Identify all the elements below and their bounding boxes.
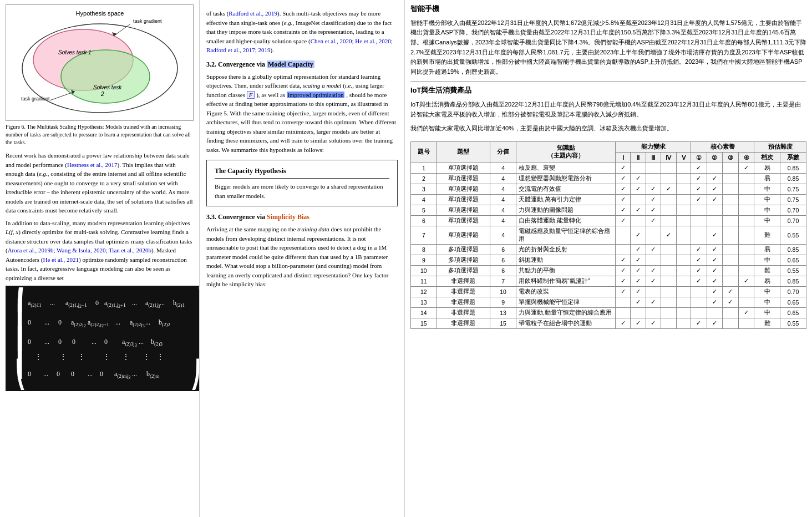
cell-ability-1 — [616, 297, 631, 307]
cell-id: 1 — [411, 163, 437, 173]
cell-ability-1: ✓ — [616, 286, 631, 297]
cell-id: 10 — [411, 265, 437, 276]
svg-text:...: ... — [50, 299, 55, 307]
svg-text:0: 0 — [58, 338, 62, 346]
cell-type: 單項選擇題 — [437, 215, 490, 226]
cell-ability-3: ✓ — [646, 215, 661, 226]
cell-core-1: ✓ — [691, 194, 707, 205]
svg-text:b(2)3: b(2)3 — [151, 338, 163, 347]
svg-text:a(2)mj3: a(2)mj3 — [114, 370, 130, 380]
cell-coeff: 0.65 — [780, 297, 806, 307]
cell-ability-4 — [661, 276, 677, 286]
cell-core-3 — [723, 163, 739, 173]
iot-para2: 我們的智能大家電收入同比增加近40%，主要是由於中國大陸的空調、冰箱及洗衣機出貨… — [410, 124, 806, 134]
cell-level: 易 — [754, 244, 780, 255]
capacity-hypothesis-box: The Capacity Hypothesis Bigger models ar… — [206, 160, 398, 206]
cell-core-3 — [723, 265, 739, 276]
th-type: 題型 — [437, 141, 490, 163]
svg-text:0: 0 — [57, 370, 60, 378]
svg-text:0: 0 — [72, 338, 75, 346]
cell-id: 8 — [411, 244, 437, 255]
cell-ability-2: ✓ — [631, 184, 646, 194]
cell-score: 9 — [490, 297, 516, 307]
cell-ability-1: ✓ — [616, 215, 631, 226]
left-panel: Hypothesis space Solves task 1 Solves ta… — [0, 0, 200, 517]
svg-text:0: 0 — [104, 338, 108, 346]
cell-type: 單項選擇題 — [437, 163, 490, 173]
cell-level: 易 — [754, 276, 780, 286]
task-gradient-label2: task gradient — [21, 96, 50, 102]
table-row: 5 單項選擇題 4 力與運動的圖像問題 ✓ ✓ ✓ 中 0.70 — [411, 205, 806, 215]
cell-ability-3 — [646, 307, 661, 318]
cell-content: 用飲料罐制作簡易"氣溫計" — [516, 276, 615, 286]
middle-section32-body: Suppose there is a globally optimal repr… — [206, 72, 398, 155]
cell-core-4 — [738, 297, 754, 307]
cell-ability-1: ✓ — [616, 276, 631, 286]
cell-level: 中 — [754, 184, 780, 194]
table-row: 15 非選擇題 15 帶電粒子在組合場中的運動 ✓ ✓ ✓ ✓ ✓ 難 0.55 — [411, 318, 806, 328]
section33-title-text: 3.3. Convergence via — [206, 213, 267, 221]
cell-core-1: ✓ — [691, 255, 707, 265]
cell-ability-2 — [631, 215, 646, 226]
cell-id: 7 — [411, 226, 437, 244]
cell-core-4: ✓ — [738, 276, 754, 286]
cell-id: 3 — [411, 184, 437, 194]
cell-core-4 — [738, 318, 754, 328]
cell-ability-1: ✓ — [616, 194, 631, 205]
svg-text:a(2)2j2: a(2)2j2 — [71, 318, 86, 328]
svg-text:0: 0 — [100, 370, 103, 378]
cell-ability-5 — [677, 276, 691, 286]
cell-core-2 — [707, 215, 723, 226]
svg-text:⋮: ⋮ — [122, 353, 130, 361]
cell-core-1 — [691, 215, 707, 226]
cell-core-3 — [723, 318, 739, 328]
cell-core-1 — [691, 286, 707, 297]
cell-coeff: 0.70 — [780, 215, 806, 226]
cell-score: 4 — [490, 163, 516, 173]
svg-text:0: 0 — [71, 370, 74, 378]
svg-text:...: ... — [132, 299, 137, 307]
cite-hestness: Hestness et al., 2017 — [67, 161, 118, 168]
cell-coeff: 0.85 — [780, 276, 806, 286]
cell-ability-3: ✓ — [646, 318, 661, 328]
left-body-text: Recent work has demonstrated a power law… — [6, 151, 194, 282]
cell-core-4 — [738, 226, 754, 244]
cell-core-2 — [707, 163, 723, 173]
cell-type: 多項選擇題 — [437, 255, 490, 265]
cell-ability-3: ✓ — [646, 276, 661, 286]
cell-type: 單項選擇題 — [437, 226, 490, 244]
cell-level: 中 — [754, 297, 780, 307]
svg-text:⋮: ⋮ — [103, 353, 110, 361]
cell-content: 交流電的有效值 — [516, 184, 615, 194]
table-row: 7 單項選擇題 4 電磁感應及動量守恒定律的綜合應用 ✓ ✓ ✓ 難 0.55 — [411, 226, 806, 244]
cell-core-3 — [723, 276, 739, 286]
cell-core-4 — [738, 194, 754, 205]
cell-core-1 — [691, 307, 707, 318]
cell-ability-4 — [661, 173, 677, 184]
cell-coeff: 0.75 — [780, 194, 806, 205]
cell-score: 15 — [490, 318, 516, 328]
cell-ability-2: ✓ — [631, 173, 646, 184]
math-F: F — [247, 91, 255, 99]
cell-type: 非選擇題 — [437, 286, 490, 297]
cell-ability-1: ✓ — [616, 173, 631, 184]
cell-score: 4 — [490, 215, 516, 226]
svg-text:...: ... — [132, 370, 137, 378]
cell-content: 共點力的平衡 — [516, 265, 615, 276]
cell-level: 易 — [754, 163, 780, 173]
cell-ability-5 — [677, 318, 691, 328]
cell-ability-1 — [616, 226, 631, 244]
cell-id: 14 — [411, 307, 437, 318]
matrix-container: ⎛ ⎜ ⎜ ⎝ a(2)11 ... a(2)1,j2−1 0 a(2)1,j2… — [6, 286, 200, 391]
svg-text:...: ... — [43, 370, 48, 378]
cell-core-4 — [738, 255, 754, 265]
svg-text:a(2)1,j2−1: a(2)1,j2−1 — [65, 299, 87, 309]
cell-core-2 — [707, 205, 723, 215]
cell-coeff: 0.75 — [780, 184, 806, 194]
th-ability-5: Ⅴ — [677, 152, 691, 163]
cell-ability-2: ✓ — [631, 276, 646, 286]
cell-ability-3 — [646, 255, 661, 265]
right-panel: 智能手機 智能手機分部收入由截至2022年12月31日止年度的人民幣1,672億… — [405, 0, 812, 517]
cell-ability-5 — [677, 215, 691, 226]
cell-ability-4 — [661, 318, 677, 328]
